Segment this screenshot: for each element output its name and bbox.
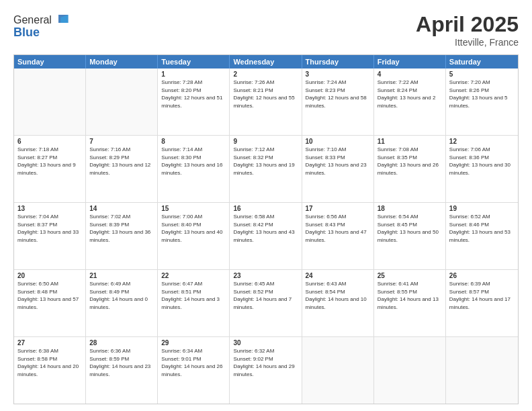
day-number: 6: [17, 138, 82, 145]
calendar-cell: [302, 337, 374, 404]
calendar-cell: 26 Sunrise: 6:39 AMSunset: 8:57 PMDaylig…: [446, 270, 518, 336]
calendar-week-5: 27 Sunrise: 6:38 AMSunset: 8:58 PMDaylig…: [14, 337, 518, 404]
page: General Blue April 2025 Itteville, Franc…: [0, 0, 532, 411]
sun-info: Sunrise: 6:52 AMSunset: 8:46 PMDaylight:…: [449, 213, 515, 244]
day-number: 10: [306, 138, 370, 145]
sun-info: Sunrise: 7:02 AMSunset: 8:39 PMDaylight:…: [89, 213, 154, 244]
sun-info: Sunrise: 6:39 AMSunset: 8:57 PMDaylight:…: [449, 280, 515, 311]
day-number: 5: [449, 71, 515, 78]
sun-info: Sunrise: 6:34 AMSunset: 9:01 PMDaylight:…: [161, 347, 226, 378]
calendar-cell: 12 Sunrise: 7:06 AMSunset: 8:36 PMDaylig…: [446, 136, 518, 202]
sun-info: Sunrise: 6:32 AMSunset: 9:02 PMDaylight:…: [233, 347, 298, 378]
calendar-cell: 18 Sunrise: 6:54 AMSunset: 8:45 PMDaylig…: [374, 203, 446, 269]
sun-info: Sunrise: 7:06 AMSunset: 8:36 PMDaylight:…: [449, 146, 515, 177]
sun-info: Sunrise: 7:28 AMSunset: 8:20 PMDaylight:…: [161, 79, 226, 109]
header-monday: Monday: [86, 55, 158, 68]
sun-info: Sunrise: 6:36 AMSunset: 8:59 PMDaylight:…: [89, 347, 154, 378]
sun-info: Sunrise: 6:50 AMSunset: 8:48 PMDaylight:…: [17, 280, 82, 311]
day-number: 30: [233, 339, 298, 347]
header-friday: Friday: [374, 55, 446, 68]
calendar-week-2: 6 Sunrise: 7:18 AMSunset: 8:27 PMDayligh…: [14, 136, 518, 203]
day-number: 18: [378, 205, 442, 212]
calendar-cell: 13 Sunrise: 7:04 AMSunset: 8:37 PMDaylig…: [14, 203, 86, 269]
sun-info: Sunrise: 7:24 AMSunset: 8:23 PMDaylight:…: [306, 79, 370, 109]
calendar-cell: 1 Sunrise: 7:28 AMSunset: 8:20 PMDayligh…: [158, 68, 230, 135]
sun-info: Sunrise: 7:16 AMSunset: 8:29 PMDaylight:…: [89, 146, 154, 177]
day-number: 26: [449, 272, 515, 279]
day-number: 1: [161, 71, 226, 78]
sun-info: Sunrise: 7:12 AMSunset: 8:32 PMDaylight:…: [233, 146, 298, 177]
day-number: 28: [89, 339, 154, 347]
day-number: 7: [89, 138, 154, 145]
sun-info: Sunrise: 7:20 AMSunset: 8:26 PMDaylight:…: [449, 79, 515, 109]
day-number: 24: [306, 272, 370, 279]
calendar-cell: [446, 337, 518, 404]
sun-info: Sunrise: 6:47 AMSunset: 8:51 PMDaylight:…: [161, 280, 226, 311]
calendar-cell: 22 Sunrise: 6:47 AMSunset: 8:51 PMDaylig…: [158, 270, 230, 336]
title-block: April 2025 Itteville, France: [416, 12, 519, 48]
calendar-cell: 4 Sunrise: 7:22 AMSunset: 8:24 PMDayligh…: [374, 68, 446, 135]
day-number: 11: [378, 138, 442, 145]
calendar-cell: 14 Sunrise: 7:02 AMSunset: 8:39 PMDaylig…: [86, 203, 158, 269]
calendar-cell: 27 Sunrise: 6:38 AMSunset: 8:58 PMDaylig…: [14, 337, 86, 404]
calendar-cell: 19 Sunrise: 6:52 AMSunset: 8:46 PMDaylig…: [446, 203, 518, 269]
calendar-cell: 2 Sunrise: 7:26 AMSunset: 8:21 PMDayligh…: [230, 68, 302, 135]
logo: General Blue: [13, 12, 69, 40]
calendar-week-4: 20 Sunrise: 6:50 AMSunset: 8:48 PMDaylig…: [14, 270, 518, 337]
calendar-cell: 7 Sunrise: 7:16 AMSunset: 8:29 PMDayligh…: [86, 136, 158, 202]
header-wednesday: Wednesday: [230, 55, 302, 68]
calendar-week-1: 1 Sunrise: 7:28 AMSunset: 8:20 PMDayligh…: [14, 68, 518, 136]
day-number: 14: [89, 205, 154, 212]
calendar-cell: 20 Sunrise: 6:50 AMSunset: 8:48 PMDaylig…: [14, 270, 86, 336]
calendar-cell: 3 Sunrise: 7:24 AMSunset: 8:23 PMDayligh…: [302, 68, 374, 135]
day-number: 25: [378, 272, 442, 279]
calendar-cell: 10 Sunrise: 7:10 AMSunset: 8:33 PMDaylig…: [302, 136, 374, 202]
day-number: 22: [161, 272, 226, 279]
sun-info: Sunrise: 7:04 AMSunset: 8:37 PMDaylight:…: [17, 213, 82, 244]
header-thursday: Thursday: [302, 55, 374, 68]
sun-info: Sunrise: 6:54 AMSunset: 8:45 PMDaylight:…: [378, 213, 442, 244]
calendar-cell: 23 Sunrise: 6:45 AMSunset: 8:52 PMDaylig…: [230, 270, 302, 336]
title-month: April 2025: [416, 12, 519, 37]
calendar: Sunday Monday Tuesday Wednesday Thursday…: [13, 54, 519, 404]
calendar-cell: 28 Sunrise: 6:36 AMSunset: 8:59 PMDaylig…: [86, 337, 158, 404]
day-number: 19: [449, 205, 515, 212]
calendar-cell: 21 Sunrise: 6:49 AMSunset: 8:49 PMDaylig…: [86, 270, 158, 336]
day-number: 12: [449, 138, 515, 145]
logo-icon: [53, 12, 69, 28]
sun-info: Sunrise: 7:18 AMSunset: 8:27 PMDaylight:…: [17, 146, 82, 177]
sun-info: Sunrise: 7:22 AMSunset: 8:24 PMDaylight:…: [378, 79, 442, 109]
day-number: 3: [306, 71, 370, 78]
header-saturday: Saturday: [446, 55, 518, 68]
sun-info: Sunrise: 6:41 AMSunset: 8:55 PMDaylight:…: [378, 280, 442, 311]
day-number: 17: [306, 205, 370, 212]
logo-general: General: [13, 14, 52, 26]
sun-info: Sunrise: 7:00 AMSunset: 8:40 PMDaylight:…: [161, 213, 226, 244]
sun-info: Sunrise: 7:26 AMSunset: 8:21 PMDaylight:…: [233, 79, 298, 109]
sun-info: Sunrise: 7:14 AMSunset: 8:30 PMDaylight:…: [161, 146, 226, 177]
day-number: 20: [17, 272, 82, 279]
day-number: 23: [233, 272, 298, 279]
calendar-cell: 16 Sunrise: 6:58 AMSunset: 8:42 PMDaylig…: [230, 203, 302, 269]
day-number: 13: [17, 205, 82, 212]
day-number: 15: [161, 205, 226, 212]
calendar-cell: 25 Sunrise: 6:41 AMSunset: 8:55 PMDaylig…: [374, 270, 446, 336]
calendar-cell: 15 Sunrise: 7:00 AMSunset: 8:40 PMDaylig…: [158, 203, 230, 269]
sun-info: Sunrise: 6:58 AMSunset: 8:42 PMDaylight:…: [233, 213, 298, 244]
day-number: 9: [233, 138, 298, 145]
day-number: 16: [233, 205, 298, 212]
title-location: Itteville, France: [416, 37, 519, 48]
calendar-cell: [374, 337, 446, 404]
calendar-cell: 11 Sunrise: 7:08 AMSunset: 8:35 PMDaylig…: [374, 136, 446, 202]
sun-info: Sunrise: 7:10 AMSunset: 8:33 PMDaylight:…: [306, 146, 370, 177]
calendar-cell: [14, 68, 86, 135]
header-sunday: Sunday: [14, 55, 86, 68]
calendar-cell: 24 Sunrise: 6:43 AMSunset: 8:54 PMDaylig…: [302, 270, 374, 336]
header-tuesday: Tuesday: [158, 55, 230, 68]
calendar-cell: 5 Sunrise: 7:20 AMSunset: 8:26 PMDayligh…: [446, 68, 518, 135]
day-number: 21: [89, 272, 154, 279]
calendar-week-3: 13 Sunrise: 7:04 AMSunset: 8:37 PMDaylig…: [14, 203, 518, 270]
day-number: 29: [161, 339, 226, 347]
sun-info: Sunrise: 6:43 AMSunset: 8:54 PMDaylight:…: [306, 280, 370, 311]
calendar-cell: 29 Sunrise: 6:34 AMSunset: 9:01 PMDaylig…: [158, 337, 230, 404]
